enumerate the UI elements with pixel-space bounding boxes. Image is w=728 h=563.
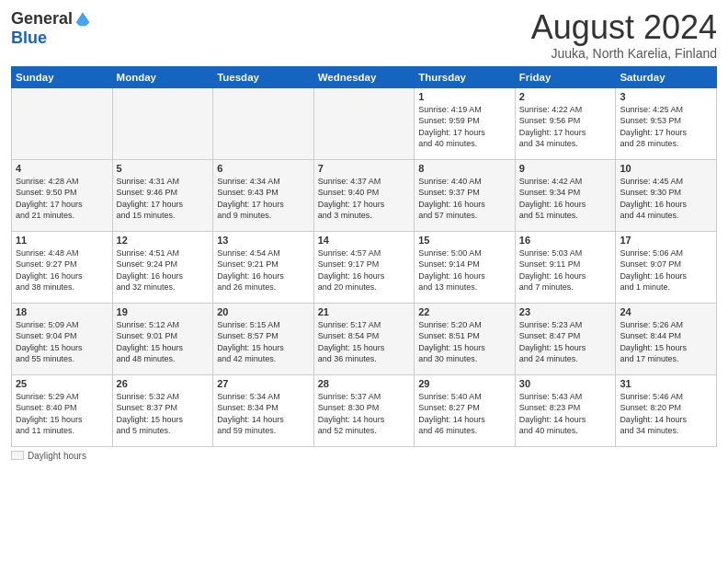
- day-info: Sunrise: 5:15 AMSunset: 8:57 PMDaylight:…: [217, 319, 310, 365]
- day-info: Sunrise: 5:43 AMSunset: 8:23 PMDaylight:…: [519, 391, 612, 437]
- calendar-cell: 20Sunrise: 5:15 AMSunset: 8:57 PMDayligh…: [213, 303, 314, 374]
- day-info: Sunrise: 4:37 AMSunset: 9:40 PMDaylight:…: [318, 176, 411, 222]
- calendar-cell: 12Sunrise: 4:51 AMSunset: 9:24 PMDayligh…: [112, 231, 213, 303]
- day-number: 22: [418, 306, 511, 317]
- col-thursday: Thursday: [415, 66, 516, 87]
- day-number: 6: [217, 163, 310, 174]
- calendar-cell: 31Sunrise: 5:46 AMSunset: 8:20 PMDayligh…: [616, 374, 717, 446]
- day-number: 11: [16, 235, 108, 246]
- col-friday: Friday: [515, 66, 616, 87]
- day-info: Sunrise: 5:32 AMSunset: 8:37 PMDaylight:…: [117, 391, 210, 437]
- main-container: General Blue August 2024 Juuka, North Ka…: [0, 0, 728, 468]
- day-number: 27: [217, 378, 310, 389]
- col-monday: Monday: [112, 66, 213, 87]
- day-number: 21: [318, 306, 411, 317]
- location: Juuka, North Karelia, Finland: [531, 46, 717, 61]
- calendar-cell: 18Sunrise: 5:09 AMSunset: 9:04 PMDayligh…: [12, 303, 113, 374]
- calendar-cell: 15Sunrise: 5:00 AMSunset: 9:14 PMDayligh…: [415, 231, 516, 303]
- day-info: Sunrise: 4:48 AMSunset: 9:27 PMDaylight:…: [16, 247, 108, 293]
- day-number: 16: [519, 235, 612, 246]
- day-number: 29: [418, 378, 511, 389]
- col-saturday: Saturday: [616, 66, 717, 87]
- month-title: August 2024: [531, 9, 717, 46]
- day-info: Sunrise: 4:31 AMSunset: 9:46 PMDaylight:…: [117, 176, 210, 222]
- calendar-cell: 27Sunrise: 5:34 AMSunset: 8:34 PMDayligh…: [213, 374, 314, 446]
- day-info: Sunrise: 5:03 AMSunset: 9:11 PMDaylight:…: [519, 247, 612, 293]
- day-number: 3: [620, 91, 712, 102]
- day-info: Sunrise: 5:46 AMSunset: 8:20 PMDaylight:…: [620, 391, 712, 437]
- logo-icon: [74, 11, 91, 28]
- day-number: 18: [16, 306, 108, 317]
- day-number: 9: [519, 163, 612, 174]
- day-info: Sunrise: 4:57 AMSunset: 9:17 PMDaylight:…: [318, 247, 411, 293]
- day-info: Sunrise: 4:45 AMSunset: 9:30 PMDaylight:…: [620, 176, 712, 222]
- calendar-cell: 8Sunrise: 4:40 AMSunset: 9:37 PMDaylight…: [415, 159, 516, 231]
- calendar-cell: 19Sunrise: 5:12 AMSunset: 9:01 PMDayligh…: [112, 303, 213, 374]
- calendar-cell: 23Sunrise: 5:23 AMSunset: 8:47 PMDayligh…: [515, 303, 616, 374]
- calendar-table: Sunday Monday Tuesday Wednesday Thursday…: [11, 66, 717, 447]
- calendar-cell: 11Sunrise: 4:48 AMSunset: 9:27 PMDayligh…: [12, 231, 113, 303]
- calendar-cell: 21Sunrise: 5:17 AMSunset: 8:54 PMDayligh…: [313, 303, 415, 374]
- calendar-cell: 5Sunrise: 4:31 AMSunset: 9:46 PMDaylight…: [112, 159, 213, 231]
- day-info: Sunrise: 4:19 AMSunset: 9:59 PMDaylight:…: [418, 104, 511, 150]
- day-number: 26: [117, 378, 210, 389]
- col-sunday: Sunday: [12, 66, 113, 87]
- calendar-cell: 9Sunrise: 4:42 AMSunset: 9:34 PMDaylight…: [515, 159, 616, 231]
- day-number: 19: [117, 306, 210, 317]
- logo-blue-text: Blue: [11, 29, 47, 47]
- day-number: 7: [318, 163, 411, 174]
- day-number: 17: [620, 235, 712, 246]
- calendar-cell: 24Sunrise: 5:26 AMSunset: 8:44 PMDayligh…: [616, 303, 717, 374]
- calendar-cell: 10Sunrise: 4:45 AMSunset: 9:30 PMDayligh…: [616, 159, 717, 231]
- day-info: Sunrise: 4:40 AMSunset: 9:37 PMDaylight:…: [418, 176, 511, 222]
- svg-marker-1: [76, 12, 89, 25]
- day-info: Sunrise: 5:40 AMSunset: 8:27 PMDaylight:…: [418, 391, 511, 437]
- calendar-cell: 4Sunrise: 4:28 AMSunset: 9:50 PMDaylight…: [12, 159, 113, 231]
- day-number: 4: [16, 163, 108, 174]
- calendar-row: 4Sunrise: 4:28 AMSunset: 9:50 PMDaylight…: [12, 159, 717, 231]
- day-info: Sunrise: 5:06 AMSunset: 9:07 PMDaylight:…: [620, 247, 712, 293]
- day-number: 20: [217, 306, 310, 317]
- calendar-cell: 26Sunrise: 5:32 AMSunset: 8:37 PMDayligh…: [112, 374, 213, 446]
- calendar-cell: 7Sunrise: 4:37 AMSunset: 9:40 PMDaylight…: [313, 159, 415, 231]
- legend: Daylight hours: [11, 451, 717, 461]
- day-info: Sunrise: 4:34 AMSunset: 9:43 PMDaylight:…: [217, 176, 310, 222]
- calendar-cell: 30Sunrise: 5:43 AMSunset: 8:23 PMDayligh…: [515, 374, 616, 446]
- calendar-cell: 28Sunrise: 5:37 AMSunset: 8:30 PMDayligh…: [313, 374, 415, 446]
- calendar-row: 25Sunrise: 5:29 AMSunset: 8:40 PMDayligh…: [12, 374, 717, 446]
- calendar-cell: 16Sunrise: 5:03 AMSunset: 9:11 PMDayligh…: [515, 231, 616, 303]
- day-info: Sunrise: 4:42 AMSunset: 9:34 PMDaylight:…: [519, 176, 612, 222]
- calendar-cell: 14Sunrise: 4:57 AMSunset: 9:17 PMDayligh…: [313, 231, 415, 303]
- day-info: Sunrise: 5:29 AMSunset: 8:40 PMDaylight:…: [16, 391, 108, 437]
- calendar-row: 18Sunrise: 5:09 AMSunset: 9:04 PMDayligh…: [12, 303, 717, 374]
- calendar-cell: 25Sunrise: 5:29 AMSunset: 8:40 PMDayligh…: [12, 374, 113, 446]
- calendar-cell: 17Sunrise: 5:06 AMSunset: 9:07 PMDayligh…: [616, 231, 717, 303]
- day-info: Sunrise: 4:22 AMSunset: 9:56 PMDaylight:…: [519, 104, 612, 150]
- calendar-cell: [213, 87, 314, 159]
- day-info: Sunrise: 5:23 AMSunset: 8:47 PMDaylight:…: [519, 319, 612, 365]
- day-number: 1: [418, 91, 511, 102]
- day-number: 5: [117, 163, 210, 174]
- day-number: 8: [418, 163, 511, 174]
- day-info: Sunrise: 5:09 AMSunset: 9:04 PMDaylight:…: [16, 319, 108, 365]
- calendar-row: 11Sunrise: 4:48 AMSunset: 9:27 PMDayligh…: [12, 231, 717, 303]
- day-number: 31: [620, 378, 712, 389]
- day-info: Sunrise: 5:34 AMSunset: 8:34 PMDaylight:…: [217, 391, 310, 437]
- day-number: 10: [620, 163, 712, 174]
- day-info: Sunrise: 5:00 AMSunset: 9:14 PMDaylight:…: [418, 247, 511, 293]
- day-info: Sunrise: 4:25 AMSunset: 9:53 PMDaylight:…: [620, 104, 712, 150]
- day-number: 15: [418, 235, 511, 246]
- day-number: 24: [620, 306, 712, 317]
- legend-label: Daylight hours: [28, 451, 86, 461]
- day-number: 13: [217, 235, 310, 246]
- day-number: 28: [318, 378, 411, 389]
- calendar-cell: 13Sunrise: 4:54 AMSunset: 9:21 PMDayligh…: [213, 231, 314, 303]
- day-number: 25: [16, 378, 108, 389]
- day-info: Sunrise: 4:28 AMSunset: 9:50 PMDaylight:…: [16, 176, 108, 222]
- calendar-cell: 22Sunrise: 5:20 AMSunset: 8:51 PMDayligh…: [415, 303, 516, 374]
- calendar-cell: 1Sunrise: 4:19 AMSunset: 9:59 PMDaylight…: [415, 87, 516, 159]
- day-info: Sunrise: 5:26 AMSunset: 8:44 PMDaylight:…: [620, 319, 712, 365]
- header-row: Sunday Monday Tuesday Wednesday Thursday…: [12, 66, 717, 87]
- day-number: 2: [519, 91, 612, 102]
- day-number: 30: [519, 378, 612, 389]
